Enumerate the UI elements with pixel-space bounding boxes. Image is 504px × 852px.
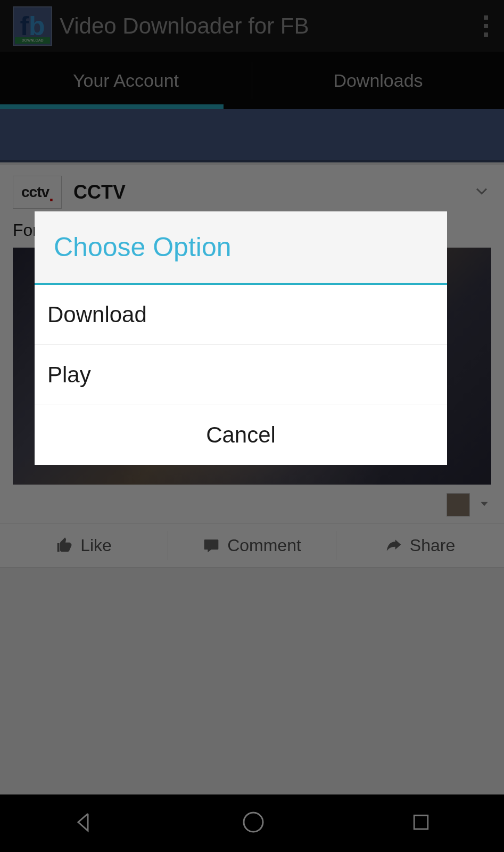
option-play[interactable]: Play [35,345,447,405]
option-download[interactable]: Download [35,285,447,345]
dialog-title: Choose Option [54,232,428,263]
dialog-header: Choose Option [35,211,447,283]
cancel-button[interactable]: Cancel [35,405,447,465]
choose-option-dialog: Choose Option Download Play Cancel [35,211,447,465]
